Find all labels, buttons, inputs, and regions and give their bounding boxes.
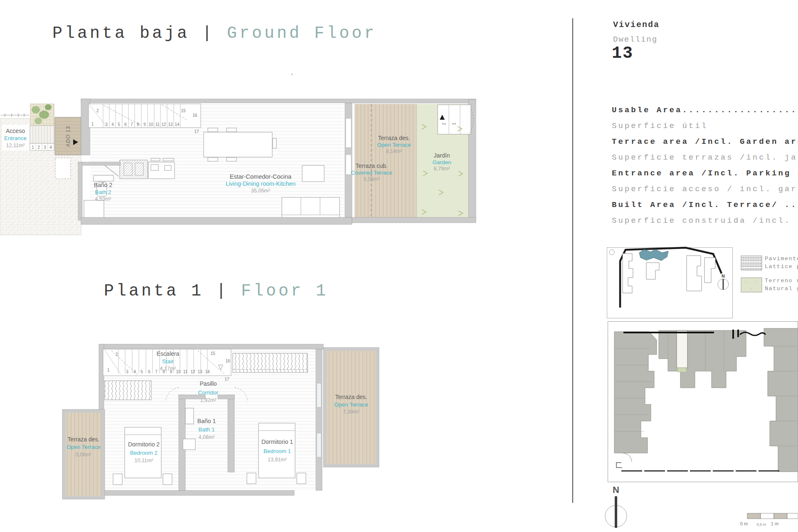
covered-terrace-label-en: Covered Terrace (351, 170, 392, 176)
ground-floor-title: Planta baja | Ground Floor (52, 24, 377, 43)
acceso-label-es: Acceso (6, 128, 25, 134)
bath1-label-es: Baño 1 (197, 418, 216, 424)
legend-pavimento-label: Pavimento (765, 256, 798, 262)
toilet (185, 408, 194, 424)
floor1-title-en: Floor 1 (241, 282, 328, 300)
svg-text:13: 13 (168, 122, 173, 127)
highlighted-unit (677, 330, 687, 368)
svg-text:11: 11 (183, 369, 188, 374)
svg-text:8: 8 (137, 122, 139, 127)
legend-natural-label: Natural ground (765, 286, 798, 292)
wardrobe (105, 381, 151, 400)
dwelling-number: 13 (612, 44, 633, 63)
living-label-en: Living-Dining room-Kitchen (226, 180, 296, 187)
open-terrace-label-es: Terraza des. (378, 135, 410, 141)
legend-swatch-natural (741, 278, 762, 292)
scale-0m: 0 m (740, 521, 748, 526)
wardrobe (233, 353, 308, 372)
svg-text:7: 7 (155, 369, 158, 374)
panel-divider (572, 18, 573, 503)
svg-text:16: 16 (192, 113, 197, 118)
bedroom2-area: 10,11m² (135, 458, 153, 463)
garden-area-value: 8,79m² (434, 166, 450, 172)
site-plan-small: N Pavimento Lattice pavim. Terreno natur… (605, 244, 798, 323)
basin (94, 175, 113, 181)
info-built-es: Superficie construida /incl. terraza (612, 214, 798, 230)
sofa (282, 197, 340, 219)
info-usable-en: Usable Area.............................… (612, 104, 798, 120)
window (346, 118, 351, 148)
corridor-label-es: Pasillo (200, 380, 217, 387)
entry-gate (1, 113, 29, 117)
svg-text:1: 1 (32, 145, 34, 150)
svg-text:17: 17 (224, 377, 229, 382)
svg-text:6: 6 (124, 122, 127, 127)
svg-text:5: 5 (140, 369, 143, 374)
floor1-east-wall (316, 349, 322, 490)
entry-steps: 1 2 3 4 (30, 126, 54, 150)
coffee-table (302, 165, 324, 182)
highlighted-unit-garden (677, 368, 687, 372)
window (317, 383, 321, 407)
info-entrance-en: Entrance area /Incl. Parking area/ .....… (612, 167, 798, 183)
shower (84, 200, 104, 219)
title-separator: | (216, 282, 229, 300)
garden-stairs: 2 1 (438, 105, 473, 135)
floor1-top-wall (103, 344, 323, 349)
info-terrace-es: Superficie terrazas /incl. jardín (612, 151, 798, 167)
vivienda-label: Vivienda (613, 20, 660, 30)
living-area: 35,05m² (251, 188, 270, 194)
svg-text:15: 15 (210, 351, 215, 356)
legend: Pavimento Lattice pavim. Terreno natural… (741, 256, 798, 292)
hob (165, 165, 171, 170)
floor1-plan: 1 2 3 4 5 6 7 8 9 10 11 12 13 14 15 16 1… (58, 340, 382, 503)
scale-05m: 0,5 m (757, 522, 766, 527)
bath1-label-en: Bath 1 (198, 426, 214, 433)
svg-text:7: 7 (131, 122, 133, 127)
floor1-title: Planta 1 | Floor 1 (104, 282, 328, 300)
bedroom1-label-en: Bedroom 1 (264, 448, 291, 454)
svg-text:16: 16 (225, 359, 230, 363)
covered-terrace-area: 3,08m² (364, 176, 380, 182)
terrace-bottom-wall (352, 217, 476, 223)
open-terrace-area: 8,14m² (386, 148, 402, 154)
info-entrance-es: Superficie acceso / incl. garaje (612, 183, 798, 199)
bath1-area: 4,08m² (199, 434, 215, 440)
garden-label-es: Jardín (434, 152, 450, 159)
stair-label-es: Escalera (157, 350, 180, 357)
svg-text:12: 12 (190, 369, 195, 374)
svg-text:4: 4 (111, 122, 114, 127)
svg-text:6: 6 (148, 369, 150, 374)
top-wall (81, 99, 476, 103)
acceso-label-en: Entrance (4, 135, 27, 141)
bottom-indicators: N 0 m 0,5 m 1 m (598, 482, 798, 532)
ground-floor-title-es: Planta baja (52, 24, 190, 43)
scale-bar: 0 m 0,5 m 1 m (740, 513, 798, 527)
bedroom1-label-es: Dormitorio 1 (261, 438, 293, 445)
svg-text:15: 15 (181, 108, 186, 113)
info-terrace-en: Terrace area /Incl. Garden area/ .......… (612, 135, 798, 151)
svg-text:2: 2 (37, 145, 40, 150)
svg-text:1: 1 (452, 123, 456, 125)
legend-lattice-label: Lattice pavim. (765, 264, 798, 270)
svg-text:4: 4 (133, 369, 136, 374)
utility-dashed-box (55, 158, 71, 179)
open-terrace-label-en: Open Terrace (377, 142, 411, 148)
bath2-label-es: Baño 2 (94, 182, 113, 188)
svg-text:2: 2 (116, 352, 118, 357)
svg-text:2: 2 (96, 108, 99, 113)
svg-text:9: 9 (143, 122, 146, 127)
svg-text:3: 3 (126, 369, 128, 374)
north-compass: N (605, 485, 627, 528)
bath2-area: 4,53m² (95, 196, 111, 202)
ground-floor-title-en: Ground Floor (227, 24, 377, 43)
terrace-right-label-en: Open Terrace (334, 401, 368, 408)
spec-dot (291, 74, 293, 75)
scale-1m: 1 m (771, 521, 778, 526)
site-compass-label: N (722, 273, 725, 278)
svg-text:1: 1 (107, 368, 110, 372)
garden-label-en: Garden (432, 159, 451, 165)
window (346, 155, 351, 175)
north-compass-label: N (613, 485, 619, 495)
info-built-en: Built Area /Incl. Terrace/ .............… (612, 199, 798, 214)
